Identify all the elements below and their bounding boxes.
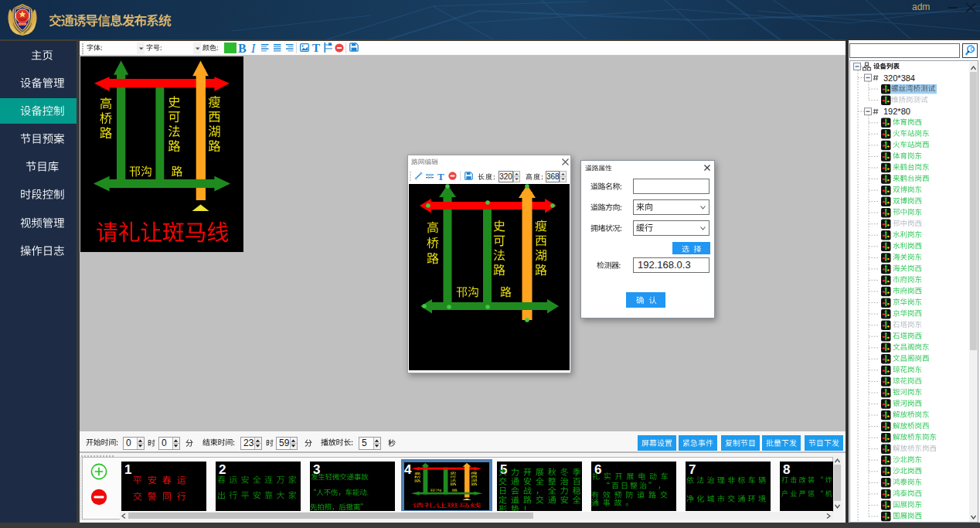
svg-text:320*384: 320*384 [883, 73, 915, 83]
svg-text:192*80: 192*80 [883, 107, 910, 116]
